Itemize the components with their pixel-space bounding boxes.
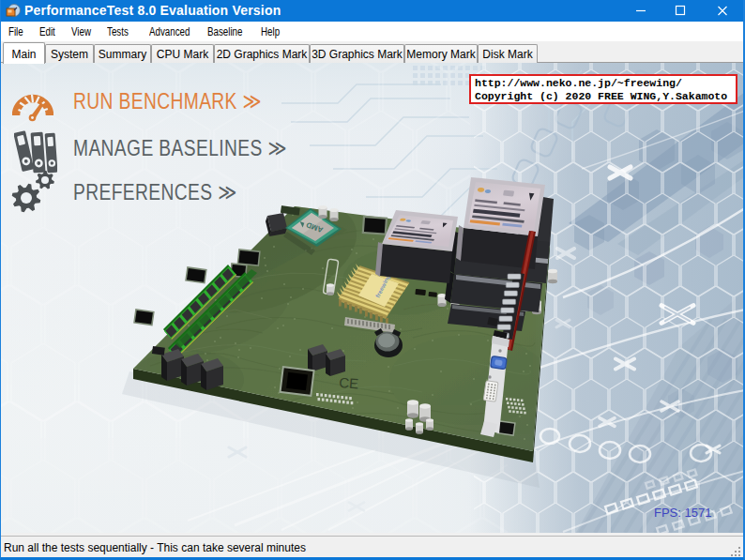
- svg-text:CE: CE: [339, 374, 359, 391]
